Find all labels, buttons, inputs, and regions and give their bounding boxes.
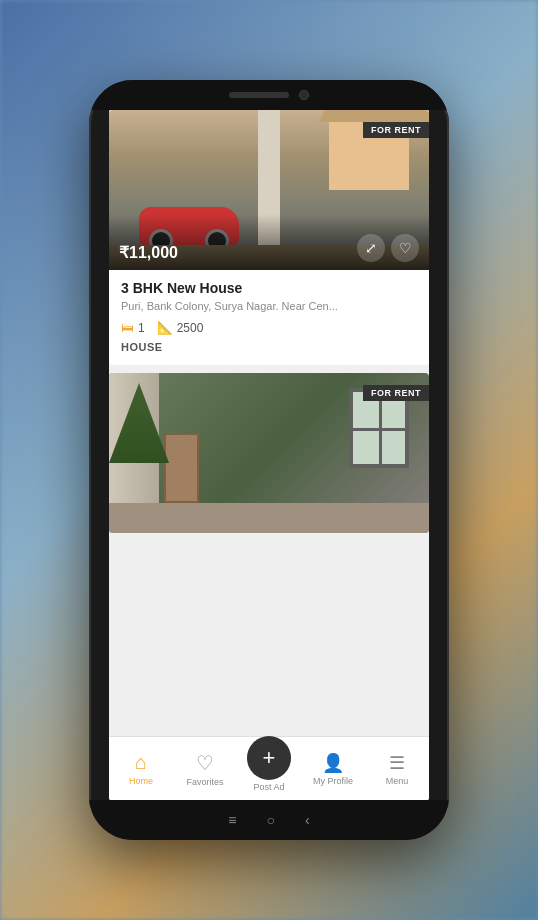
listing-meta-1: 🛏 1 📐 2500: [121, 320, 417, 335]
phone-speaker: [229, 92, 289, 98]
app-screen: FOR RENT ₹11,000 ⤢ ♡ 3 BHK New House Pur…: [109, 110, 429, 800]
bed-meta: 🛏 1: [121, 320, 145, 335]
nav-post-ad[interactable]: + Post Ad: [237, 737, 301, 800]
home-icon: ⌂: [135, 751, 147, 774]
phone-camera: [299, 90, 309, 100]
profile-icon: 👤: [322, 752, 344, 774]
bed-count: 1: [138, 321, 145, 335]
menu-icon: ☰: [389, 752, 405, 774]
listing-card-2: FOR RENT: [109, 373, 429, 533]
listing-image-2[interactable]: FOR RENT: [109, 373, 429, 533]
floor-shape: [109, 503, 429, 533]
listing-card-1: FOR RENT ₹11,000 ⤢ ♡ 3 BHK New House Pur…: [109, 110, 429, 365]
phone-home-btn[interactable]: ○: [267, 812, 275, 828]
post-ad-circle: +: [247, 736, 291, 780]
favorites-label: Favorites: [186, 777, 223, 787]
area-meta: 📐 2500: [157, 320, 204, 335]
listing-info-1: 3 BHK New House Puri, Bank Colony, Surya…: [109, 270, 429, 365]
listings-scroll[interactable]: FOR RENT ₹11,000 ⤢ ♡ 3 BHK New House Pur…: [109, 110, 429, 736]
expand-button[interactable]: ⤢: [357, 234, 385, 262]
post-ad-plus-icon: +: [263, 747, 276, 769]
favorites-icon: ♡: [196, 751, 214, 775]
listing-type-1: HOUSE: [121, 341, 417, 353]
nav-favorites[interactable]: ♡ Favorites: [173, 737, 237, 800]
bed-icon: 🛏: [121, 320, 134, 335]
phone-bottom-bar: ≡ ○ ‹: [89, 800, 449, 840]
home-label: Home: [129, 776, 153, 786]
price-action-buttons: ⤢ ♡: [357, 234, 419, 262]
my-profile-label: My Profile: [313, 776, 353, 786]
nav-home[interactable]: ⌂ Home: [109, 737, 173, 800]
listing-price-1: ₹11,000: [119, 243, 178, 262]
menu-label: Menu: [386, 776, 409, 786]
favorite-button[interactable]: ♡: [391, 234, 419, 262]
listing-image-1[interactable]: FOR RENT ₹11,000 ⤢ ♡: [109, 110, 429, 270]
area-icon: 📐: [157, 320, 173, 335]
price-overlay-1: ₹11,000 ⤢ ♡: [109, 214, 429, 270]
listing-title-1: 3 BHK New House: [121, 280, 417, 296]
post-ad-label: Post Ad: [253, 782, 284, 792]
for-rent-badge-2: FOR RENT: [363, 385, 429, 401]
phone-menu-btn[interactable]: ≡: [228, 812, 236, 828]
listing-address-1: Puri, Bank Colony, Surya Nagar. Near Cen…: [121, 300, 417, 312]
phone-back-btn[interactable]: ‹: [305, 812, 310, 828]
phone-frame: FOR RENT ₹11,000 ⤢ ♡ 3 BHK New House Pur…: [89, 80, 449, 840]
nav-menu[interactable]: ☰ Menu: [365, 737, 429, 800]
phone-top-bar: [89, 80, 449, 110]
nav-my-profile[interactable]: 👤 My Profile: [301, 737, 365, 800]
bottom-navigation: ⌂ Home ♡ Favorites + Post Ad 👤 My Profil…: [109, 736, 429, 800]
area-value: 2500: [177, 321, 204, 335]
for-rent-badge-1: FOR RENT: [363, 122, 429, 138]
door-shape: [164, 433, 199, 503]
